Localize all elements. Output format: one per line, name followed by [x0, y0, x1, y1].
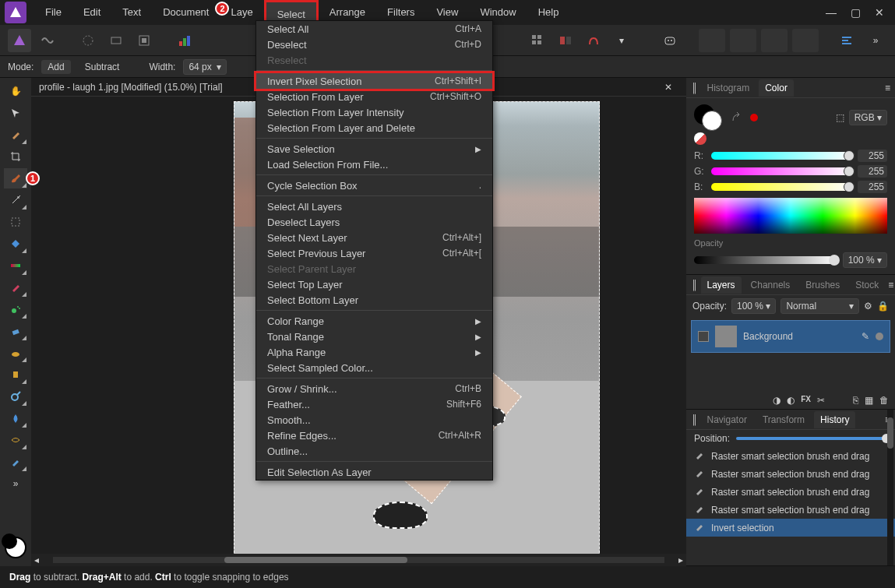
b-slider[interactable]	[711, 183, 851, 191]
blend-mode-dropdown[interactable]: Normal ▾	[780, 298, 859, 314]
drag-handle-icon[interactable]: ║	[691, 83, 698, 93]
menu-item-smooth-[interactable]: Smooth...	[256, 412, 492, 428]
menu-item-deselect-layers[interactable]: Deselect Layers	[256, 214, 492, 230]
menu-item-select-bottom-layer[interactable]: Select Bottom Layer	[256, 292, 492, 308]
panel-menu-icon[interactable]: ≡	[885, 83, 890, 93]
color-mode-dropdown[interactable]: RGB ▾	[849, 110, 887, 125]
hue-picker[interactable]	[694, 198, 887, 234]
tool-blur[interactable]	[4, 408, 27, 428]
menu-item-refine-edges-[interactable]: Refine Edges...Ctrl+Alt+R	[256, 428, 492, 443]
width-dropdown[interactable]: 64 px ▾	[183, 59, 227, 75]
mode-add[interactable]: Add	[41, 60, 70, 74]
panel-menu-icon[interactable]: ≡	[888, 280, 893, 290]
tool-more[interactable]: »	[4, 474, 27, 494]
tab-navigator[interactable]: Navigator	[701, 411, 753, 428]
tool-flood[interactable]	[4, 234, 27, 254]
toolbar-slot-3[interactable]	[761, 29, 788, 52]
history-item[interactable]: Raster smart selection brush end drag	[686, 465, 895, 483]
history-item[interactable]: Raster smart selection brush end drag	[686, 501, 895, 519]
menu-item-load-selection-from-file-[interactable]: Load Selection From File...	[256, 157, 492, 172]
toolbar-more[interactable]: »	[864, 29, 887, 52]
align-icon[interactable]	[836, 29, 859, 52]
menu-item-alpha-range[interactable]: Alpha Range▶	[256, 344, 492, 360]
menu-item-selection-from-layer[interactable]: Selection From LayerCtrl+Shift+O	[256, 89, 492, 104]
toolbar-slot-4[interactable]	[792, 29, 819, 52]
r-value[interactable]: 255	[858, 150, 887, 162]
menu-item-color-range[interactable]: Color Range▶	[256, 313, 492, 329]
tool-clone[interactable]	[4, 343, 27, 363]
document-tab-close[interactable]: ✕	[664, 82, 678, 93]
tool-eyedropper[interactable]	[4, 452, 27, 472]
history-scrollbar[interactable]	[887, 410, 893, 565]
menu-item-outline-[interactable]: Outline...	[256, 443, 492, 459]
horizontal-scrollbar[interactable]: ◂ ▸	[31, 554, 686, 566]
menu-item-grow-shrink-[interactable]: Grow / Shrink...Ctrl+B	[256, 381, 492, 396]
menu-item-edit-selection-as-layer[interactable]: Edit Selection As Layer	[256, 464, 492, 480]
assistant-icon[interactable]	[658, 29, 682, 52]
opacity-slider[interactable]	[694, 256, 837, 264]
menu-item-cycle-selection-box[interactable]: Cycle Selection Box.	[256, 178, 492, 193]
tool-mesh[interactable]	[4, 430, 27, 450]
tab-history[interactable]: History	[814, 411, 855, 428]
b-value[interactable]: 255	[858, 181, 887, 193]
history-item[interactable]: Invert selection	[686, 519, 895, 537]
history-item[interactable]: Raster smart selection brush end drag	[686, 447, 895, 465]
menu-item-selection-from-layer-and-delete[interactable]: Selection From Layer and Delete	[256, 120, 492, 136]
menu-item-tonal-range[interactable]: Tonal Range▶	[256, 329, 492, 344]
tool-gradient[interactable]	[4, 255, 27, 276]
tool-selection-brush[interactable]: 1	[4, 168, 27, 188]
toolbar-btn-2[interactable]	[104, 29, 128, 52]
toolbar-grid-icon[interactable]	[526, 29, 549, 52]
tab-layers[interactable]: Layers	[701, 276, 742, 294]
tool-color-picker[interactable]	[4, 125, 27, 145]
menu-item-deselect[interactable]: DeselectCtrl+D	[256, 37, 492, 52]
tool-crop[interactable]	[4, 146, 27, 167]
liquify-persona-icon[interactable]	[36, 29, 59, 52]
close-button[interactable]: ✕	[875, 6, 884, 19]
toolbar-slot-1[interactable]	[699, 29, 725, 52]
menu-item-select-previous-layer[interactable]: Select Previous LayerCtrl+Alt+[	[256, 245, 492, 261]
menu-help[interactable]: Help	[527, 0, 570, 25]
menu-item-select-all[interactable]: Select AllCtrl+A	[256, 21, 492, 37]
tool-hand[interactable]: ✋	[4, 81, 27, 101]
link-icon[interactable]: ⎘	[853, 395, 858, 406]
menu-item-select-sampled-color-[interactable]: Select Sampled Color...	[256, 360, 492, 375]
layer-row[interactable]: Background ✎	[691, 320, 890, 353]
layer-edit-icon[interactable]: ✎	[862, 331, 869, 342]
lock-icon[interactable]: 🔒	[877, 301, 889, 312]
adjust-icon[interactable]: ◐	[787, 395, 795, 406]
menu-document[interactable]: Document	[152, 0, 220, 25]
menu-item-select-next-layer[interactable]: Select Next LayerCtrl+Alt+]	[256, 230, 492, 245]
g-value[interactable]: 255	[858, 165, 887, 178]
tab-color[interactable]: Color	[759, 79, 794, 97]
drag-handle-icon[interactable]: ║	[691, 280, 698, 290]
menu-file[interactable]: File	[34, 0, 72, 25]
tool-magic-wand[interactable]	[4, 190, 27, 210]
tool-spray[interactable]	[4, 299, 27, 319]
tab-channels[interactable]: Channels	[745, 276, 797, 294]
delete-icon[interactable]: 🗑	[879, 395, 889, 406]
tool-paint-brush[interactable]	[4, 277, 27, 298]
tool-erase[interactable]	[4, 321, 27, 341]
color-prefs-icon[interactable]: ⬚	[836, 112, 844, 123]
toolbar-slot-2[interactable]	[730, 29, 756, 52]
tool-marquee[interactable]	[4, 212, 27, 232]
group-icon[interactable]: ▦	[865, 395, 873, 406]
none-color-icon[interactable]	[694, 132, 706, 145]
opacity-value[interactable]: 100 % ▾	[843, 252, 887, 268]
persona-photo-icon[interactable]	[8, 29, 31, 52]
gear-icon[interactable]: ⚙	[864, 301, 872, 312]
tool-dodge[interactable]	[4, 386, 27, 407]
layer-visibility-checkbox[interactable]	[698, 331, 709, 342]
menu-item-feather-[interactable]: Feather...Shift+F6	[256, 396, 492, 412]
color-swatch[interactable]	[5, 537, 26, 558]
menu-text[interactable]: Text	[111, 0, 152, 25]
tool-inpaint[interactable]	[4, 364, 27, 385]
history-item[interactable]: Raster smart selection brush end drag	[686, 483, 895, 501]
menu-item-selection-from-layer-intensity[interactable]: Selection From Layer Intensity	[256, 104, 492, 120]
toolbar-btn-3[interactable]	[132, 29, 156, 52]
drag-handle-icon[interactable]: ║	[691, 414, 698, 425]
maximize-button[interactable]: ▢	[851, 6, 861, 19]
toolbar-dropdown[interactable]: ▾	[610, 29, 633, 52]
g-slider[interactable]	[711, 167, 851, 175]
